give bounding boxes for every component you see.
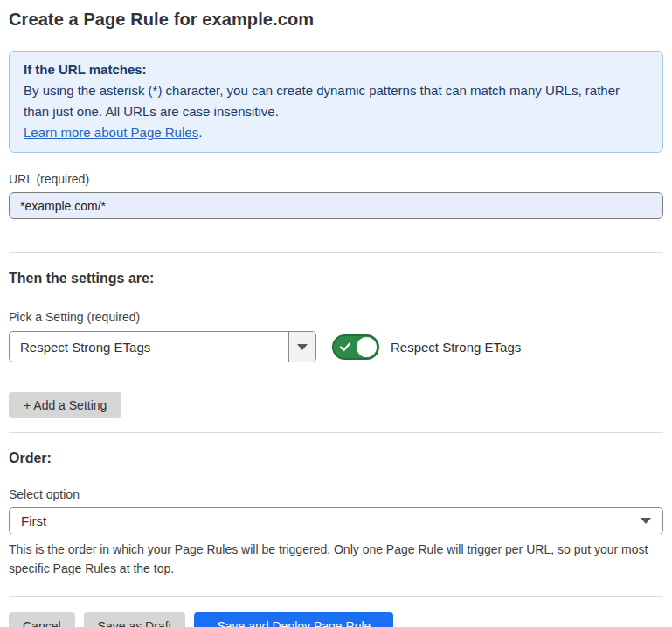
check-icon [339,341,351,353]
order-select[interactable]: First [9,507,663,534]
learn-more-link[interactable]: Learn more about Page Rules [24,125,198,140]
section-divider [9,432,663,433]
order-help-text: This is the order in which your Page Rul… [9,540,660,578]
settings-heading: Then the settings are: [9,271,663,286]
section-divider [9,596,663,597]
url-label: URL (required) [9,172,663,186]
info-box-link-line: Learn more about Page Rules. [24,122,648,143]
dropdown-arrow-icon [297,344,308,350]
create-page-rule-form: Create a Page Rule for example.com If th… [0,10,672,627]
setting-select-arrow-button[interactable] [288,332,315,362]
page-title: Create a Page Rule for example.com [9,10,663,30]
info-box-body: By using the asterisk (*) character, you… [24,80,648,122]
save-deploy-button[interactable]: Save and Deploy Page Rule [194,612,393,627]
save-draft-button[interactable]: Save as Draft [84,612,186,627]
toggle-label: Respect Strong ETags [391,340,521,355]
setting-select-value: Respect Strong ETags [10,340,288,355]
section-divider [9,252,663,253]
order-select-value: First [21,513,641,528]
setting-row: Respect Strong ETags Respect Strong ETag… [9,331,663,362]
order-heading: Order: [9,451,663,466]
etags-toggle[interactable] [332,334,379,360]
setting-select[interactable]: Respect Strong ETags [9,331,316,362]
url-match-info-box: If the URL matches: By using the asteris… [9,51,663,153]
chevron-down-icon [641,518,651,524]
setting-picker-label: Pick a Setting (required) [9,310,663,324]
order-select-label: Select option [9,487,663,501]
add-setting-button[interactable]: + Add a Setting [9,392,121,418]
info-box-heading: If the URL matches: [24,59,648,80]
cancel-button[interactable]: Cancel [9,612,75,627]
form-actions: Cancel Save as Draft Save and Deploy Pag… [9,612,663,627]
link-period: . [198,125,202,140]
toggle-knob [357,337,377,357]
url-input[interactable] [9,192,663,219]
